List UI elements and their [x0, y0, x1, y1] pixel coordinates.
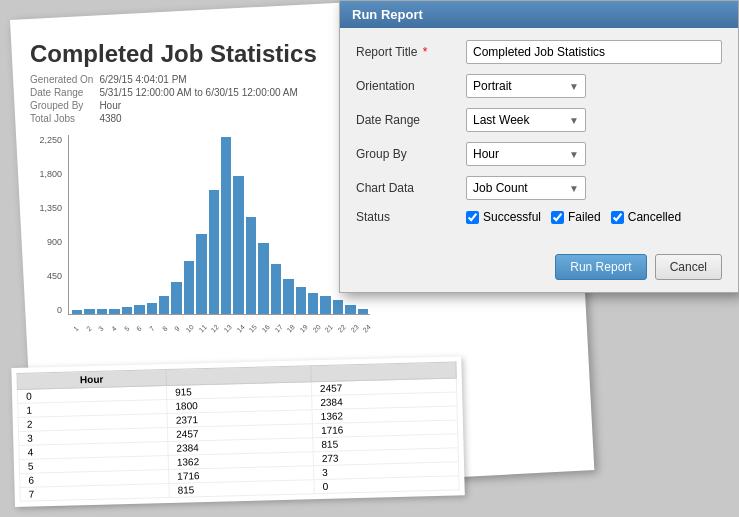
chart-bar-17 — [283, 279, 293, 314]
date-range-select-arrow: ▼ — [563, 115, 585, 126]
chart-bar-6 — [147, 303, 157, 314]
chart-bar-23 — [358, 309, 368, 314]
successful-label: Successful — [483, 210, 541, 224]
dialog-header: Run Report — [340, 1, 738, 28]
chart-bar-13 — [233, 176, 243, 314]
x-label-0: 1 — [70, 322, 82, 334]
x-label-14: 15 — [247, 322, 259, 334]
chart-bar-4 — [122, 307, 132, 314]
date-range-select-box[interactable]: Last Week Last Month Last Year Custom ▼ — [466, 108, 586, 132]
x-label-10: 11 — [196, 322, 208, 334]
chart-bar-9 — [184, 261, 194, 314]
orientation-select-box[interactable]: Portrait Landscape ▼ — [466, 74, 586, 98]
x-label-12: 13 — [222, 322, 234, 334]
group-by-select-box[interactable]: Hour Day Week Month ▼ — [466, 142, 586, 166]
x-label-21: 22 — [336, 322, 348, 334]
x-label-23: 24 — [361, 322, 373, 334]
x-label-13: 14 — [234, 322, 246, 334]
chart-bar-14 — [246, 217, 256, 314]
x-label-5: 6 — [133, 322, 145, 334]
chart-data-select-arrow: ▼ — [563, 183, 585, 194]
chart-bar-1 — [84, 309, 94, 314]
dialog-footer: Run Report Cancel — [340, 246, 738, 292]
x-label-22: 23 — [348, 322, 360, 334]
report-title-input[interactable] — [466, 40, 722, 64]
group-by-select-arrow: ▼ — [563, 149, 585, 160]
chart-bar-16 — [271, 264, 281, 314]
run-report-button[interactable]: Run Report — [555, 254, 646, 280]
cancelled-checkbox-item[interactable]: Cancelled — [611, 210, 681, 224]
failed-checkbox-item[interactable]: Failed — [551, 210, 601, 224]
y-label-3: 1,350 — [39, 203, 65, 213]
status-row: Status Successful Failed Cancelled — [356, 210, 722, 224]
chart-bar-7 — [159, 296, 169, 314]
run-report-dialog: Run Report Report Title * Orientation Po… — [339, 0, 739, 293]
date-range-select-wrapper: Last Week Last Month Last Year Custom ▼ — [466, 108, 722, 132]
successful-checkbox-item[interactable]: Successful — [466, 210, 541, 224]
chart-plot — [68, 135, 370, 315]
failed-checkbox[interactable] — [551, 211, 564, 224]
x-label-15: 16 — [260, 322, 272, 334]
chart-bar-21 — [333, 300, 343, 314]
chart-data-select-wrapper: Job Count Duration Success Rate ▼ — [466, 176, 722, 200]
chart-bar-19 — [308, 293, 318, 314]
status-label: Status — [356, 210, 466, 224]
x-label-11: 12 — [209, 322, 221, 334]
chart-bar-11 — [209, 190, 219, 314]
bottom-table: Hour 09152457 118002384 223711362 324571… — [16, 361, 459, 501]
date-range-label: Date Range — [356, 113, 466, 127]
grouped-by-value: Hour — [99, 99, 304, 112]
chart-bar-22 — [345, 305, 355, 314]
x-label-18: 19 — [298, 322, 310, 334]
required-star: * — [423, 45, 428, 59]
chart-data-row: Chart Data Job Count Duration Success Ra… — [356, 176, 722, 200]
generated-on-value: 6/29/15 4:04:01 PM — [99, 73, 304, 86]
dialog-body: Report Title * Orientation Portrait Land… — [340, 28, 738, 246]
x-label-8: 9 — [171, 322, 183, 334]
successful-checkbox[interactable] — [466, 211, 479, 224]
chart-data-select[interactable]: Job Count Duration Success Rate — [467, 177, 563, 199]
x-label-19: 20 — [310, 322, 322, 334]
status-checkboxes: Successful Failed Cancelled — [466, 210, 722, 224]
date-range-row: Date Range Last Week Last Month Last Yea… — [356, 108, 722, 132]
chart-bar-5 — [134, 305, 144, 314]
y-axis: 2,250 1,800 1,350 900 450 0 — [30, 135, 65, 315]
y-label-2: 1,800 — [39, 169, 65, 179]
dialog-title: Run Report — [352, 7, 423, 22]
chart-bar-12 — [221, 137, 231, 314]
orientation-select-arrow: ▼ — [563, 81, 585, 92]
failed-label: Failed — [568, 210, 601, 224]
checkbox-group: Successful Failed Cancelled — [466, 210, 722, 224]
x-axis: 123456789101112131415161718192021222324 — [68, 326, 370, 333]
chart-bar-20 — [320, 296, 330, 314]
orientation-row: Orientation Portrait Landscape ▼ — [356, 74, 722, 98]
x-label-20: 21 — [323, 322, 335, 334]
y-label-5: 450 — [47, 271, 65, 281]
cancel-button[interactable]: Cancel — [655, 254, 722, 280]
cancelled-label: Cancelled — [628, 210, 681, 224]
report-title-label: Report Title * — [356, 45, 466, 59]
report-title-input-wrapper — [466, 40, 722, 64]
chart-bar-3 — [109, 309, 119, 314]
report-title-row: Report Title * — [356, 40, 722, 64]
cancelled-checkbox[interactable] — [611, 211, 624, 224]
x-label-4: 5 — [120, 322, 132, 334]
date-range-select[interactable]: Last Week Last Month Last Year Custom — [467, 109, 563, 131]
group-by-select[interactable]: Hour Day Week Month — [467, 143, 563, 165]
generated-on-label: Generated On — [30, 73, 99, 86]
orientation-label: Orientation — [356, 79, 466, 93]
chart-bar-18 — [296, 287, 306, 314]
group-by-label: Group By — [356, 147, 466, 161]
x-label-17: 18 — [285, 322, 297, 334]
x-label-9: 10 — [184, 322, 196, 334]
chart-data-select-box[interactable]: Job Count Duration Success Rate ▼ — [466, 176, 586, 200]
orientation-select-wrapper: Portrait Landscape ▼ — [466, 74, 722, 98]
x-label-1: 2 — [82, 322, 94, 334]
orientation-select[interactable]: Portrait Landscape — [467, 75, 563, 97]
x-label-3: 4 — [108, 322, 120, 334]
x-label-6: 7 — [146, 322, 158, 334]
date-range-meta-value: 5/31/15 12:00:00 AM to 6/30/15 12:00:00 … — [99, 86, 304, 99]
x-label-7: 8 — [158, 322, 170, 334]
group-by-select-wrapper: Hour Day Week Month ▼ — [466, 142, 722, 166]
bottom-table-strip: Hour 09152457 118002384 223711362 324571… — [11, 356, 464, 507]
